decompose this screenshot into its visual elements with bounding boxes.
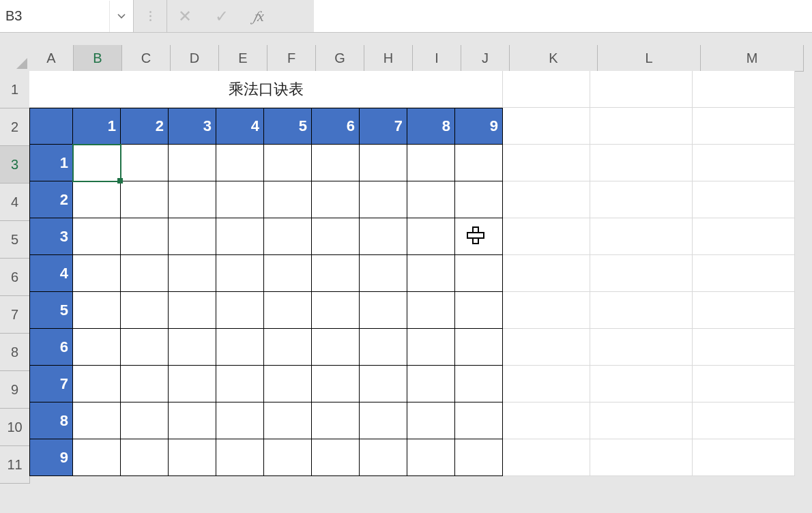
table-cell-B4[interactable] <box>73 181 121 218</box>
column-header-J[interactable]: J <box>461 45 510 72</box>
table-cell-J9[interactable] <box>455 366 503 402</box>
table-cell-D11[interactable] <box>169 439 216 476</box>
col-header-cell-3[interactable]: 3 <box>169 108 216 145</box>
column-header-D[interactable]: D <box>171 45 219 72</box>
cell-L7[interactable] <box>590 292 693 329</box>
table-cell-D6[interactable] <box>169 255 216 292</box>
table-cell-I3[interactable] <box>407 145 455 181</box>
table-cell-C9[interactable] <box>121 366 169 402</box>
table-cell-B3[interactable] <box>73 145 121 181</box>
table-cell-H6[interactable] <box>360 255 407 292</box>
table-cell-B8[interactable] <box>73 329 121 366</box>
table-cell-E11[interactable] <box>216 439 264 476</box>
table-cell-F8[interactable] <box>264 329 312 366</box>
table-cell-D9[interactable] <box>169 366 216 402</box>
row-header-cell-5[interactable]: 5 <box>29 292 73 329</box>
row-header-3[interactable]: 3 <box>0 146 31 184</box>
table-cell-C3[interactable] <box>121 145 169 181</box>
column-header-A[interactable]: A <box>29 45 74 72</box>
table-cell-C6[interactable] <box>121 255 169 292</box>
table-cell-B5[interactable] <box>73 218 121 255</box>
column-header-I[interactable]: I <box>413 45 461 72</box>
name-box-dropdown-icon[interactable] <box>109 1 133 32</box>
cell-M4[interactable] <box>693 181 795 218</box>
cell-K6[interactable] <box>503 255 590 292</box>
table-cell-C11[interactable] <box>121 439 169 476</box>
row-header-7[interactable]: 7 <box>0 296 30 334</box>
table-cell-G3[interactable] <box>312 145 360 181</box>
cell-K10[interactable] <box>503 402 590 439</box>
name-box[interactable]: B3 <box>0 0 134 33</box>
cell-K5[interactable] <box>503 218 590 255</box>
table-cell-D4[interactable] <box>169 181 216 218</box>
cell-L11[interactable] <box>590 439 693 476</box>
table-cell-J5[interactable] <box>455 218 503 255</box>
cell-M10[interactable] <box>693 402 795 439</box>
column-header-K[interactable]: K <box>510 45 598 72</box>
table-cell-E10[interactable] <box>216 402 264 439</box>
column-header-B[interactable]: B <box>74 45 122 72</box>
row-header-6[interactable]: 6 <box>0 259 30 296</box>
table-cell-H3[interactable] <box>360 145 407 181</box>
row-header-9[interactable]: 9 <box>0 371 30 409</box>
row-header-4[interactable]: 4 <box>0 184 30 221</box>
table-cell-H9[interactable] <box>360 366 407 402</box>
cell-M3[interactable] <box>693 145 795 181</box>
table-cell-H5[interactable] <box>360 218 407 255</box>
table-cell-F5[interactable] <box>264 218 312 255</box>
table-cell-E7[interactable] <box>216 292 264 329</box>
formula-input[interactable] <box>314 0 812 33</box>
table-cell-C10[interactable] <box>121 402 169 439</box>
table-cell-E5[interactable] <box>216 218 264 255</box>
cell-M8[interactable] <box>693 329 795 366</box>
table-cell-D3[interactable] <box>169 145 216 181</box>
table-cell-I7[interactable] <box>407 292 455 329</box>
table-cell-I5[interactable] <box>407 218 455 255</box>
table-cell-F6[interactable] <box>264 255 312 292</box>
table-cell-I8[interactable] <box>407 329 455 366</box>
table-cell-I4[interactable] <box>407 181 455 218</box>
cell-K1[interactable] <box>503 71 590 108</box>
table-cell-G7[interactable] <box>312 292 360 329</box>
column-header-L[interactable]: L <box>598 45 701 72</box>
cell-M11[interactable] <box>693 439 795 476</box>
cell-L5[interactable] <box>590 218 693 255</box>
table-cell-E6[interactable] <box>216 255 264 292</box>
column-header-M[interactable]: M <box>701 45 804 72</box>
table-cell-E8[interactable] <box>216 329 264 366</box>
table-cell-G4[interactable] <box>312 181 360 218</box>
table-cell-C5[interactable] <box>121 218 169 255</box>
table-cell-G8[interactable] <box>312 329 360 366</box>
cell-L4[interactable] <box>590 181 693 218</box>
row-header-11[interactable]: 11 <box>0 446 30 484</box>
table-cell-F9[interactable] <box>264 366 312 402</box>
row-header-cell-2[interactable]: 2 <box>29 181 73 218</box>
column-header-H[interactable]: H <box>364 45 413 72</box>
table-cell-C8[interactable] <box>121 329 169 366</box>
table-cell-G6[interactable] <box>312 255 360 292</box>
column-header-E[interactable]: E <box>219 45 267 72</box>
table-cell-J4[interactable] <box>455 181 503 218</box>
table-cell-H11[interactable] <box>360 439 407 476</box>
table-cell-H7[interactable] <box>360 292 407 329</box>
table-cell-B10[interactable] <box>73 402 121 439</box>
row-header-8[interactable]: 8 <box>0 334 30 371</box>
cell-K2[interactable] <box>503 108 590 145</box>
table-cell-E3[interactable] <box>216 145 264 181</box>
table-cell-G9[interactable] <box>312 366 360 402</box>
row-header-1[interactable]: 1 <box>0 71 30 108</box>
cell-L10[interactable] <box>590 402 693 439</box>
row-header-cell-9[interactable]: 9 <box>29 439 73 476</box>
col-header-cell-9[interactable]: 9 <box>455 108 503 145</box>
row-header-10[interactable]: 10 <box>0 409 30 446</box>
insert-function-button[interactable]: 𝑓x <box>240 0 277 32</box>
cell-K9[interactable] <box>503 366 590 402</box>
cell-L1[interactable] <box>590 71 693 108</box>
cell-M9[interactable] <box>693 366 795 402</box>
col-header-cell-8[interactable]: 8 <box>407 108 455 145</box>
table-cell-D5[interactable] <box>169 218 216 255</box>
table-corner-cell[interactable] <box>29 108 73 145</box>
cell-L9[interactable] <box>590 366 693 402</box>
col-header-cell-1[interactable]: 1 <box>73 108 121 145</box>
table-cell-G5[interactable] <box>312 218 360 255</box>
